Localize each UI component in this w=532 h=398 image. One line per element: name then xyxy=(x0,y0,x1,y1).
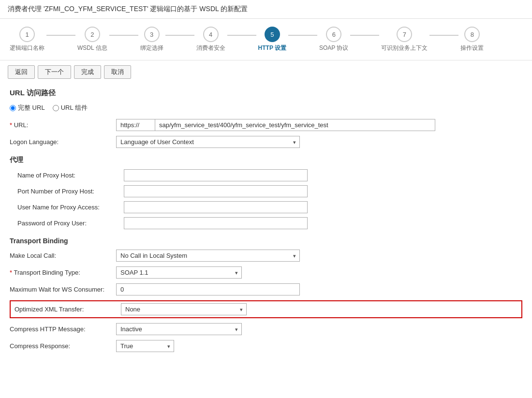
wizard-connector-1 xyxy=(46,35,75,36)
proxy-password-input[interactable] xyxy=(124,217,308,229)
logon-language-group: Logon Language: Language of User Context xyxy=(10,136,522,148)
step-circle-1: 1 xyxy=(19,27,35,42)
next-button[interactable]: 下一个 xyxy=(38,65,71,79)
wizard-step-5[interactable]: 5 HTTP 设置 xyxy=(258,27,286,52)
url-prefix-input[interactable] xyxy=(116,119,155,131)
step-circle-4: 4 xyxy=(203,27,219,42)
toolbar: 返回 下一个 完成 取消 xyxy=(0,60,532,84)
proxy-port-group: Port Number of Proxy Host: xyxy=(17,185,522,197)
cancel-button[interactable]: 取消 xyxy=(104,65,131,79)
step-label-3: 绑定选择 xyxy=(140,44,163,52)
step-label-7: 可识别业务上下文 xyxy=(381,44,428,52)
radio-url-components-label: URL 组件 xyxy=(61,103,88,112)
transport-section-title: Transport Binding xyxy=(10,237,522,245)
step-circle-2: 2 xyxy=(85,27,100,42)
make-local-call-group: Make Local Call: No Call in Local System xyxy=(10,250,522,262)
proxy-user-label: User Name for Proxy Access: xyxy=(17,204,124,211)
url-label: URL: xyxy=(10,121,116,129)
proxy-host-label: Name of Proxy Host: xyxy=(17,172,124,179)
max-wait-label: Maximum Wait for WS Consumer: xyxy=(10,286,116,293)
wizard-step-1[interactable]: 1 逻辑端口名称 xyxy=(10,27,44,52)
step-circle-6: 6 xyxy=(326,27,341,42)
step-label-5: HTTP 设置 xyxy=(258,44,286,52)
content: URL 访问路径 完整 URL URL 组件 URL: Logon Langua… xyxy=(0,88,532,367)
url-section-title: URL 访问路径 xyxy=(10,88,522,98)
wizard-connector-2 xyxy=(109,35,138,36)
step-circle-7: 7 xyxy=(397,27,412,42)
step-label-8: 操作设置 xyxy=(460,44,484,52)
binding-type-select-wrapper: SOAP 1.1 xyxy=(116,266,242,279)
logon-language-select[interactable]: Language of User Context xyxy=(116,136,300,148)
step-circle-8: 8 xyxy=(464,27,480,42)
page-header: 消费者代理 'ZFMI_CO_YFM_SERVICE_TEST' 逻辑端口的基于… xyxy=(0,0,532,19)
wizard-connector-7 xyxy=(429,35,458,36)
wizard-step-6[interactable]: 6 SOAP 协议 xyxy=(319,27,348,52)
compress-response-select-wrapper: True xyxy=(116,340,174,352)
wizard-connector-5 xyxy=(288,35,317,36)
optimized-xml-label: Optimized XML Transfer: xyxy=(15,306,121,313)
proxy-password-group: Password of Proxy User: xyxy=(17,217,522,229)
wizard-step-3[interactable]: 3 绑定选择 xyxy=(140,27,163,52)
step-label-1: 逻辑端口名称 xyxy=(10,44,44,52)
optimized-xml-select-wrapper: None xyxy=(121,303,247,315)
proxy-section-title: 代理 xyxy=(10,156,522,164)
compress-response-label: Compress Response: xyxy=(10,342,116,350)
make-local-call-select-wrapper: No Call in Local System xyxy=(116,250,300,262)
proxy-host-group: Name of Proxy Host: xyxy=(17,169,522,181)
wizard-step-2[interactable]: 2 WSDL 信息 xyxy=(77,27,107,52)
url-form-group: URL: xyxy=(10,119,522,131)
compress-response-select[interactable]: True xyxy=(116,340,174,352)
wizard-step-7[interactable]: 7 可识别业务上下文 xyxy=(381,27,428,52)
binding-type-select[interactable]: SOAP 1.1 xyxy=(116,266,242,279)
step-label-6: SOAP 协议 xyxy=(319,44,348,52)
compress-http-select-wrapper: Inactive xyxy=(116,323,242,335)
logon-language-select-wrapper: Language of User Context xyxy=(116,136,300,148)
wizard-step-4[interactable]: 4 消费者安全 xyxy=(196,27,225,52)
make-local-call-select[interactable]: No Call in Local System xyxy=(116,250,300,262)
step-label-2: WSDL 信息 xyxy=(77,44,107,52)
radio-url-components[interactable]: URL 组件 xyxy=(53,103,88,112)
radio-full-url[interactable]: 完整 URL xyxy=(10,103,45,112)
compress-http-select[interactable]: Inactive xyxy=(116,323,242,335)
proxy-port-label: Port Number of Proxy Host: xyxy=(17,188,124,195)
compress-response-group: Compress Response: True xyxy=(10,340,522,352)
compress-http-label: Compress HTTP Message: xyxy=(10,325,116,333)
step-label-4: 消费者安全 xyxy=(196,44,225,52)
radio-full-url-label: 完整 URL xyxy=(18,103,45,112)
binding-type-label: Transport Binding Type: xyxy=(10,269,116,276)
optimized-xml-group: Optimized XML Transfer: None xyxy=(10,300,522,318)
wizard-step-8[interactable]: 8 操作设置 xyxy=(460,27,484,52)
logon-language-label: Logon Language: xyxy=(10,138,116,146)
wizard-connector-6 xyxy=(350,35,379,36)
proxy-password-label: Password of Proxy User: xyxy=(17,220,124,227)
transport-section: Make Local Call: No Call in Local System… xyxy=(10,250,522,352)
binding-type-group: Transport Binding Type: SOAP 1.1 xyxy=(10,266,522,279)
back-button[interactable]: 返回 xyxy=(8,65,35,79)
wizard-bar: 1 逻辑端口名称 2 WSDL 信息 3 绑定选择 4 消费者安全 5 HTTP… xyxy=(0,19,532,60)
compress-http-group: Compress HTTP Message: Inactive xyxy=(10,323,522,335)
step-circle-3: 3 xyxy=(144,27,160,42)
proxy-host-input[interactable] xyxy=(124,169,308,181)
wizard-connector-3 xyxy=(165,35,194,36)
proxy-user-input[interactable] xyxy=(124,201,308,213)
make-local-call-label: Make Local Call: xyxy=(10,252,116,259)
wizard-connector-4 xyxy=(227,35,256,36)
max-wait-group: Maximum Wait for WS Consumer: xyxy=(10,283,522,295)
finish-button[interactable]: 完成 xyxy=(74,65,101,79)
proxy-section: Name of Proxy Host: Port Number of Proxy… xyxy=(17,169,522,229)
max-wait-input[interactable] xyxy=(116,283,300,295)
step-circle-5: 5 xyxy=(265,27,280,42)
url-input-group xyxy=(116,119,435,131)
page-title: 消费者代理 'ZFMI_CO_YFM_SERVICE_TEST' 逻辑端口的基于… xyxy=(8,5,248,13)
proxy-port-input[interactable] xyxy=(124,185,308,197)
url-radio-group: 完整 URL URL 组件 xyxy=(10,103,522,112)
url-suffix-input[interactable] xyxy=(155,119,435,131)
optimized-xml-select[interactable]: None xyxy=(121,303,247,315)
proxy-user-group: User Name for Proxy Access: xyxy=(17,201,522,213)
